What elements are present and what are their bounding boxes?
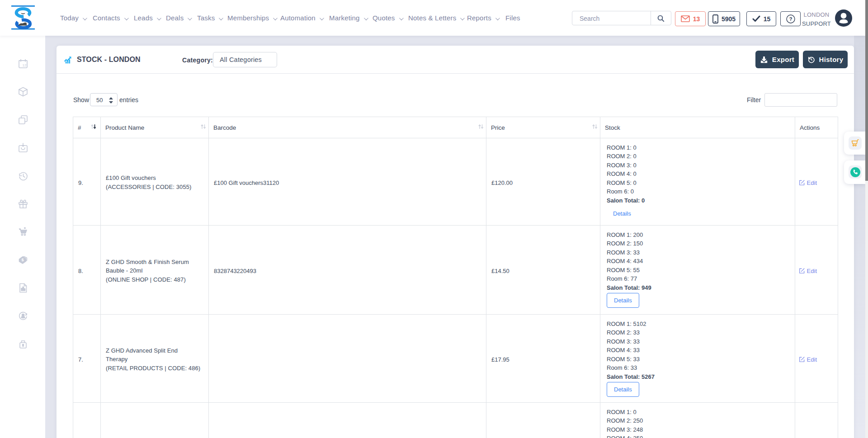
svg-text:12: 12 — [23, 63, 27, 67]
svg-text:?: ? — [789, 16, 792, 22]
svg-text:$: $ — [21, 258, 24, 262]
